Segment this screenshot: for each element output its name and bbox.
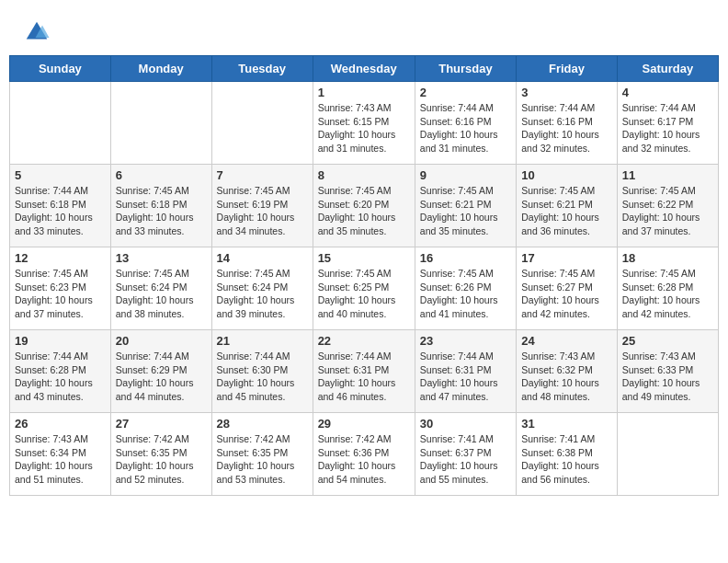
calendar-cell: 14Sunrise: 7:45 AM Sunset: 6:24 PM Dayli… <box>211 247 313 330</box>
day-info: Sunrise: 7:44 AM Sunset: 6:31 PM Dayligh… <box>318 350 410 404</box>
calendar-cell <box>110 82 211 165</box>
day-header-wednesday: Wednesday <box>313 56 415 82</box>
calendar-cell: 26Sunrise: 7:43 AM Sunset: 6:34 PM Dayli… <box>10 413 111 496</box>
day-number: 13 <box>116 251 207 265</box>
calendar-cell: 13Sunrise: 7:45 AM Sunset: 6:24 PM Dayli… <box>110 247 211 330</box>
calendar-cell: 1Sunrise: 7:43 AM Sunset: 6:15 PM Daylig… <box>313 82 415 165</box>
day-number: 17 <box>521 251 612 265</box>
day-info: Sunrise: 7:45 AM Sunset: 6:24 PM Dayligh… <box>217 267 308 321</box>
day-info: Sunrise: 7:45 AM Sunset: 6:21 PM Dayligh… <box>521 184 612 238</box>
calendar-cell: 18Sunrise: 7:45 AM Sunset: 6:28 PM Dayli… <box>617 247 718 330</box>
calendar-cell: 4Sunrise: 7:44 AM Sunset: 6:17 PM Daylig… <box>617 82 718 165</box>
day-info: Sunrise: 7:45 AM Sunset: 6:19 PM Dayligh… <box>217 184 308 238</box>
calendar-cell: 20Sunrise: 7:44 AM Sunset: 6:29 PM Dayli… <box>110 330 211 413</box>
day-header-tuesday: Tuesday <box>211 56 313 82</box>
calendar-cell: 15Sunrise: 7:45 AM Sunset: 6:25 PM Dayli… <box>313 247 415 330</box>
day-info: Sunrise: 7:45 AM Sunset: 6:18 PM Dayligh… <box>116 184 207 238</box>
day-info: Sunrise: 7:44 AM Sunset: 6:18 PM Dayligh… <box>15 184 106 238</box>
day-info: Sunrise: 7:44 AM Sunset: 6:29 PM Dayligh… <box>116 350 207 404</box>
calendar-cell: 9Sunrise: 7:45 AM Sunset: 6:21 PM Daylig… <box>415 165 516 247</box>
day-number: 2 <box>420 86 511 99</box>
calendar-cell: 28Sunrise: 7:42 AM Sunset: 6:35 PM Dayli… <box>211 413 313 496</box>
calendar-table: SundayMondayTuesdayWednesdayThursdayFrid… <box>9 55 719 496</box>
day-info: Sunrise: 7:45 AM Sunset: 6:28 PM Dayligh… <box>622 267 713 321</box>
day-number: 10 <box>521 168 612 182</box>
day-number: 6 <box>116 168 207 182</box>
calendar-cell: 24Sunrise: 7:43 AM Sunset: 6:32 PM Dayli… <box>517 330 618 413</box>
calendar-cell <box>617 413 718 496</box>
calendar-week-row: 5Sunrise: 7:44 AM Sunset: 6:18 PM Daylig… <box>10 165 719 247</box>
day-number: 28 <box>217 417 308 431</box>
calendar-week-row: 1Sunrise: 7:43 AM Sunset: 6:15 PM Daylig… <box>10 82 719 165</box>
day-number: 1 <box>318 86 410 99</box>
day-number: 22 <box>318 334 410 348</box>
day-number: 11 <box>622 168 713 182</box>
calendar-cell: 16Sunrise: 7:45 AM Sunset: 6:26 PM Dayli… <box>415 247 516 330</box>
day-info: Sunrise: 7:43 AM Sunset: 6:15 PM Dayligh… <box>318 101 410 155</box>
day-number: 14 <box>217 251 308 265</box>
day-number: 7 <box>217 168 308 182</box>
day-info: Sunrise: 7:42 AM Sunset: 6:35 PM Dayligh… <box>116 432 207 487</box>
calendar-cell: 2Sunrise: 7:44 AM Sunset: 6:16 PM Daylig… <box>415 82 516 165</box>
day-info: Sunrise: 7:43 AM Sunset: 6:34 PM Dayligh… <box>15 432 106 487</box>
day-info: Sunrise: 7:43 AM Sunset: 6:32 PM Dayligh… <box>521 350 612 404</box>
day-info: Sunrise: 7:45 AM Sunset: 6:24 PM Dayligh… <box>116 267 207 321</box>
calendar-cell: 25Sunrise: 7:43 AM Sunset: 6:33 PM Dayli… <box>617 330 718 413</box>
day-info: Sunrise: 7:43 AM Sunset: 6:33 PM Dayligh… <box>622 350 713 404</box>
calendar-cell: 27Sunrise: 7:42 AM Sunset: 6:35 PM Dayli… <box>110 413 211 496</box>
day-info: Sunrise: 7:41 AM Sunset: 6:38 PM Dayligh… <box>521 432 612 487</box>
day-header-monday: Monday <box>110 56 211 82</box>
day-number: 19 <box>15 334 106 348</box>
day-number: 23 <box>420 334 511 348</box>
calendar-cell: 19Sunrise: 7:44 AM Sunset: 6:28 PM Dayli… <box>10 330 111 413</box>
day-info: Sunrise: 7:42 AM Sunset: 6:35 PM Dayligh… <box>217 432 308 487</box>
calendar-cell: 10Sunrise: 7:45 AM Sunset: 6:21 PM Dayli… <box>517 165 618 247</box>
day-number: 5 <box>15 168 106 182</box>
day-info: Sunrise: 7:42 AM Sunset: 6:36 PM Dayligh… <box>318 432 410 487</box>
day-number: 15 <box>318 251 410 265</box>
calendar-week-row: 26Sunrise: 7:43 AM Sunset: 6:34 PM Dayli… <box>10 413 719 496</box>
calendar-cell <box>10 82 111 165</box>
day-info: Sunrise: 7:45 AM Sunset: 6:26 PM Dayligh… <box>420 267 511 321</box>
day-number: 26 <box>15 417 106 431</box>
calendar-cell: 3Sunrise: 7:44 AM Sunset: 6:16 PM Daylig… <box>517 82 618 165</box>
day-number: 18 <box>622 251 713 265</box>
calendar-cell: 17Sunrise: 7:45 AM Sunset: 6:27 PM Dayli… <box>517 247 618 330</box>
logo <box>23 18 54 46</box>
calendar-header-row: SundayMondayTuesdayWednesdayThursdayFrid… <box>10 56 719 82</box>
day-number: 8 <box>318 168 410 182</box>
day-number: 27 <box>116 417 207 431</box>
calendar-week-row: 19Sunrise: 7:44 AM Sunset: 6:28 PM Dayli… <box>10 330 719 413</box>
day-info: Sunrise: 7:45 AM Sunset: 6:23 PM Dayligh… <box>15 267 106 321</box>
day-info: Sunrise: 7:41 AM Sunset: 6:37 PM Dayligh… <box>420 432 511 487</box>
calendar-cell: 8Sunrise: 7:45 AM Sunset: 6:20 PM Daylig… <box>313 165 415 247</box>
day-info: Sunrise: 7:44 AM Sunset: 6:28 PM Dayligh… <box>15 350 106 404</box>
calendar-cell: 31Sunrise: 7:41 AM Sunset: 6:38 PM Dayli… <box>517 413 618 496</box>
day-number: 4 <box>622 86 713 99</box>
day-number: 31 <box>521 417 612 431</box>
calendar-cell: 30Sunrise: 7:41 AM Sunset: 6:37 PM Dayli… <box>415 413 516 496</box>
day-number: 16 <box>420 251 511 265</box>
day-number: 12 <box>15 251 106 265</box>
day-number: 25 <box>622 334 713 348</box>
day-header-sunday: Sunday <box>10 56 111 82</box>
calendar-cell: 21Sunrise: 7:44 AM Sunset: 6:30 PM Dayli… <box>211 330 313 413</box>
day-info: Sunrise: 7:45 AM Sunset: 6:20 PM Dayligh… <box>318 184 410 238</box>
logo-icon <box>23 18 51 46</box>
calendar-week-row: 12Sunrise: 7:45 AM Sunset: 6:23 PM Dayli… <box>10 247 719 330</box>
calendar-cell <box>211 82 313 165</box>
calendar-cell: 29Sunrise: 7:42 AM Sunset: 6:36 PM Dayli… <box>313 413 415 496</box>
day-info: Sunrise: 7:44 AM Sunset: 6:16 PM Dayligh… <box>420 101 511 155</box>
day-info: Sunrise: 7:45 AM Sunset: 6:22 PM Dayligh… <box>622 184 713 238</box>
calendar-cell: 12Sunrise: 7:45 AM Sunset: 6:23 PM Dayli… <box>10 247 111 330</box>
day-number: 24 <box>521 334 612 348</box>
calendar-cell: 7Sunrise: 7:45 AM Sunset: 6:19 PM Daylig… <box>211 165 313 247</box>
calendar-cell: 5Sunrise: 7:44 AM Sunset: 6:18 PM Daylig… <box>10 165 111 247</box>
calendar-cell: 6Sunrise: 7:45 AM Sunset: 6:18 PM Daylig… <box>110 165 211 247</box>
calendar-cell: 23Sunrise: 7:44 AM Sunset: 6:31 PM Dayli… <box>415 330 516 413</box>
day-info: Sunrise: 7:45 AM Sunset: 6:27 PM Dayligh… <box>521 267 612 321</box>
day-number: 9 <box>420 168 511 182</box>
day-header-saturday: Saturday <box>617 56 718 82</box>
day-number: 30 <box>420 417 511 431</box>
day-number: 3 <box>521 86 612 99</box>
